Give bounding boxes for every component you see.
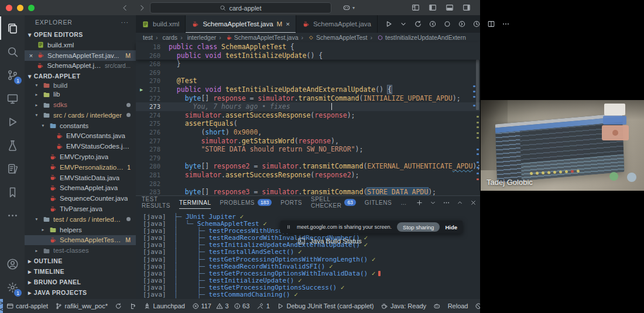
sidebar-section-java-projects[interactable]: ▸JAVA PROJECTS [25, 287, 136, 298]
open-editor-item[interactable]: ×SchemaAppletTest.jav...M [25, 50, 136, 61]
breadcrumb-item[interactable]: testInitializeUpdateAndExtern [368, 34, 466, 41]
tree-file[interactable]: SequenceCounter.java [25, 193, 136, 204]
sidebar-section-outline[interactable]: ▸OUTLINE [25, 256, 136, 266]
close-icon[interactable] [470, 199, 477, 207]
chevron-icon[interactable]: ▾ [40, 123, 46, 128]
panel-tab-gitlens[interactable]: GITLENS [365, 196, 392, 209]
code-line[interactable]: 282 [136, 180, 480, 188]
tree-file[interactable]: EMVPersonalization.java1 [25, 162, 136, 173]
sidebar-more-icon[interactable]: ··· [121, 19, 129, 26]
status-item-card-applet[interactable]: card-applet [3, 302, 52, 310]
status-item[interactable] [471, 302, 480, 310]
copilot-menu[interactable]: ▾ [342, 4, 355, 12]
sticky-line[interactable]: 18public class SchemaAppletTest { [136, 43, 480, 51]
code-editor[interactable]: 268 }269270 @Test271▶ public void testIn… [136, 60, 480, 195]
status-item-rafiki-ww-poc-[interactable]: rafiki_ww_poc* [52, 302, 111, 310]
chevron-icon[interactable]: ▾ [33, 112, 40, 118]
code-line[interactable]: 268 } [136, 60, 480, 68]
panel-tab-spell-checker[interactable]: SPELL CHECKER63 [311, 196, 356, 209]
zoom-button[interactable] [28, 5, 35, 11]
tree-folder[interactable]: ▾src / cards / interledger [25, 110, 136, 121]
chevron-up-icon[interactable] [456, 199, 464, 207]
code-line[interactable]: 279 [136, 154, 480, 163]
breadcrumb-item[interactable]: SchemaAppletTest.java [216, 34, 298, 41]
status-problems[interactable]: 117363 [189, 302, 253, 310]
status-item[interactable] [125, 302, 140, 310]
code-line[interactable]: 283 byte[] response3 = simulator.transmi… [136, 188, 480, 195]
tree-file[interactable]: EMVStatusCodes.java [25, 141, 136, 152]
tree-folder[interactable]: ▾test / cards / interledger [25, 214, 136, 225]
code-line[interactable]: 274 simulator.assertSuccessResponse(resp… [136, 111, 480, 120]
panel-tab-problems[interactable]: PROBLEMS183 [220, 196, 272, 209]
editor-tab[interactable]: SchemaAppletTest.javaM× [186, 15, 296, 33]
editor-tab[interactable]: build.xml [136, 15, 186, 33]
history-icon[interactable] [472, 20, 481, 28]
activity-item-search[interactable] [0, 40, 25, 63]
chevron-icon[interactable]: ▸ [40, 227, 46, 232]
tree-folder[interactable]: ▾build [25, 81, 136, 89]
stop-sharing-button[interactable]: Stop sharing [397, 222, 440, 232]
panel-bottom-icon[interactable] [446, 4, 454, 12]
more-h-icon[interactable] [502, 20, 510, 28]
run-test-icon[interactable]: ▶ [140, 87, 143, 92]
activity-item-account[interactable] [0, 252, 25, 276]
activity-item-settings[interactable]: 1 [0, 276, 25, 299]
run-icon[interactable] [385, 20, 393, 28]
chevron-icon[interactable]: ▸ [33, 102, 40, 108]
activity-item-snippets[interactable] [0, 157, 25, 180]
breadcrumb-item[interactable]: test [143, 34, 153, 41]
layout-icon[interactable] [412, 4, 420, 12]
editor-tab[interactable]: SchemaApplet.java [296, 15, 378, 33]
panel-tab-terminal[interactable]: TERMINAL [179, 196, 211, 209]
code-line[interactable]: 271▶ public void testInitializeUpdateAnd… [136, 85, 480, 94]
chevron-down-icon[interactable] [429, 199, 437, 207]
status-item[interactable] [111, 302, 126, 310]
breadcrumb-item[interactable]: cards [153, 34, 177, 41]
tree-file[interactable]: SchemaApplet.java [25, 183, 136, 194]
status-item-java-ready[interactable]: Java: Ready [377, 302, 430, 310]
sidebar-section-timeline[interactable]: ▸TIMELINE [25, 266, 136, 277]
chevron-icon[interactable]: ▾ [33, 216, 40, 222]
chevron-icon[interactable]: ▸ [33, 92, 40, 97]
open-editor-item[interactable]: build.xml [25, 40, 136, 50]
sidebar-section-bruno-panel[interactable]: ▸BRUNO PANEL [25, 277, 136, 287]
tree-folder[interactable]: ▸lib [25, 89, 136, 99]
chevron-icon[interactable]: ▸ [33, 248, 40, 253]
minimize-button[interactable] [17, 5, 23, 11]
step-forward-icon[interactable] [458, 20, 466, 28]
code-line[interactable]: 280 byte[] response2 = simulator.transmi… [136, 162, 480, 171]
panel-right-icon[interactable] [463, 4, 471, 12]
close-button[interactable] [6, 5, 12, 11]
tree-file[interactable]: TlvParser.java [25, 204, 136, 214]
split-icon[interactable] [487, 20, 495, 28]
code-line[interactable]: 276 (short) 0x9000, [136, 128, 480, 137]
activity-item-bookmarks[interactable] [0, 180, 25, 204]
java-build-status[interactable]: Java Build Status [297, 237, 362, 245]
open-editors-header[interactable]: ▾OPEN EDITORS [25, 29, 136, 40]
chevron-icon[interactable]: ▾ [33, 82, 40, 88]
tree-file[interactable]: EMVCrypto.java [25, 152, 136, 162]
command-center-search[interactable]: card-applet [150, 2, 331, 13]
panel-tab-test-results[interactable]: TEST RESULTS [142, 196, 170, 209]
close-icon[interactable]: × [286, 20, 290, 27]
open-editor-item[interactable]: SchemaApplet.javasrc/card... [25, 61, 136, 71]
status-item-launchpad[interactable]: Launchpad [140, 302, 189, 310]
code-line[interactable]: 269 [136, 68, 480, 77]
tree-file[interactable]: SchemaAppletTest.javaM [25, 235, 136, 246]
step-back-icon[interactable] [429, 20, 437, 28]
code-line[interactable]: 277 simulator.getStatusWord(response), [136, 137, 480, 146]
activity-item-run-debug[interactable] [0, 110, 25, 133]
activity-item-source-control[interactable]: 1 [0, 63, 25, 87]
activity-item-more[interactable] [0, 204, 25, 227]
code-line[interactable]: 278 "STORE DATA should return SW_NO_ERRO… [136, 145, 480, 154]
chevron-icon[interactable] [399, 20, 407, 28]
code-line[interactable]: 275 assertEquals( [136, 119, 480, 128]
status-item-1[interactable]: 1 [253, 302, 273, 310]
breadcrumb[interactable]: testcardsinterledgerSchemaAppletTest.jav… [136, 33, 480, 42]
tree-folder[interactable]: ▾constants [25, 121, 136, 131]
tree-folder[interactable]: ▸helpers [25, 225, 136, 235]
tree-folder[interactable]: ▸test-classes [25, 245, 136, 256]
code-line[interactable]: 270 @Test [136, 77, 480, 85]
panel-left-icon[interactable] [429, 4, 437, 12]
panel-tab-ports[interactable]: PORTS [280, 196, 302, 209]
